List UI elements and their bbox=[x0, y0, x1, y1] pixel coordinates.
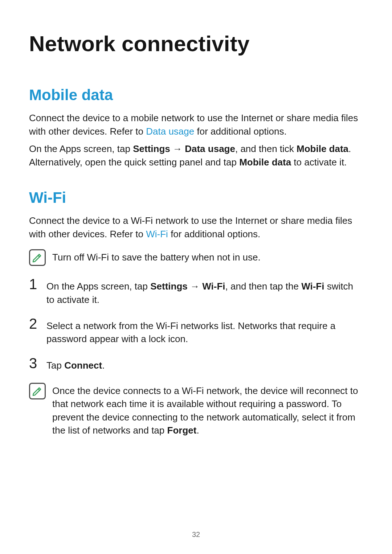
note-callout: Turn off Wi-Fi to save the battery when … bbox=[29, 249, 363, 266]
label-settings: Settings bbox=[133, 143, 170, 154]
step-3: 3 Tap Connect. bbox=[29, 356, 363, 372]
mobile-data-paragraph-1: Connect the device to a mobile network t… bbox=[29, 111, 363, 138]
step-number: 2 bbox=[29, 316, 40, 331]
note-text: Once the device connects to a Wi-Fi netw… bbox=[52, 382, 363, 437]
heading-wifi: Wi-Fi bbox=[29, 189, 363, 207]
step-3-text: Tap Connect. bbox=[46, 356, 363, 372]
text: Once the device connects to a Wi-Fi netw… bbox=[52, 385, 358, 436]
steps-list: 1 On the Apps screen, tap Settings → Wi-… bbox=[29, 277, 363, 372]
step-1-text: On the Apps screen, tap Settings → Wi-Fi… bbox=[46, 277, 363, 306]
page-title: Network connectivity bbox=[29, 31, 363, 57]
text: for additional options. bbox=[168, 229, 260, 239]
heading-mobile-data: Mobile data bbox=[29, 86, 363, 104]
step-number: 1 bbox=[29, 277, 40, 291]
text: . bbox=[102, 360, 105, 371]
text: Tap bbox=[46, 360, 64, 371]
svg-line-1 bbox=[38, 389, 40, 390]
note-icon bbox=[29, 249, 46, 266]
label-data-usage: Data usage bbox=[185, 143, 235, 154]
text: to activate it. bbox=[291, 157, 347, 168]
pencil-note-icon bbox=[32, 252, 43, 263]
note-icon bbox=[29, 383, 46, 399]
label-settings: Settings bbox=[150, 281, 188, 292]
label-connect: Connect bbox=[64, 360, 102, 371]
step-2-text: Select a network from the Wi-Fi networks… bbox=[46, 316, 363, 346]
text: for additional options. bbox=[194, 126, 286, 137]
label-forget: Forget bbox=[167, 425, 197, 436]
step-number: 3 bbox=[29, 356, 40, 370]
section-wifi: Wi-Fi Connect the device to a Wi-Fi netw… bbox=[29, 189, 363, 437]
label-wifi: Wi-Fi bbox=[202, 281, 225, 292]
page-number: 32 bbox=[0, 529, 392, 539]
note-text: Turn off Wi-Fi to save the battery when … bbox=[52, 249, 363, 264]
text: , and then tap the bbox=[225, 281, 302, 292]
label-mobile-data: Mobile data bbox=[297, 143, 348, 154]
link-data-usage[interactable]: Data usage bbox=[146, 126, 194, 137]
pencil-note-icon bbox=[32, 386, 43, 397]
arrow: → bbox=[188, 281, 202, 292]
text: . bbox=[196, 425, 199, 436]
text: On the Apps screen, tap bbox=[29, 143, 133, 154]
mobile-data-paragraph-2: On the Apps screen, tap Settings → Data … bbox=[29, 142, 363, 169]
arrow: → bbox=[170, 143, 185, 154]
label-wifi: Wi-Fi bbox=[301, 281, 324, 292]
text: , and then tick bbox=[235, 143, 297, 154]
text: On the Apps screen, tap bbox=[46, 281, 150, 292]
section-mobile-data: Mobile data Connect the device to a mobi… bbox=[29, 86, 363, 169]
step-1: 1 On the Apps screen, tap Settings → Wi-… bbox=[29, 277, 363, 306]
svg-line-0 bbox=[38, 255, 40, 257]
page-container: Network connectivity Mobile data Connect… bbox=[0, 0, 392, 554]
step-2: 2 Select a network from the Wi-Fi networ… bbox=[29, 316, 363, 346]
label-mobile-data: Mobile data bbox=[239, 157, 291, 168]
wifi-paragraph-1: Connect the device to a Wi-Fi network to… bbox=[29, 214, 363, 241]
link-wifi[interactable]: Wi-Fi bbox=[146, 229, 168, 239]
note-callout: Once the device connects to a Wi-Fi netw… bbox=[29, 382, 363, 437]
